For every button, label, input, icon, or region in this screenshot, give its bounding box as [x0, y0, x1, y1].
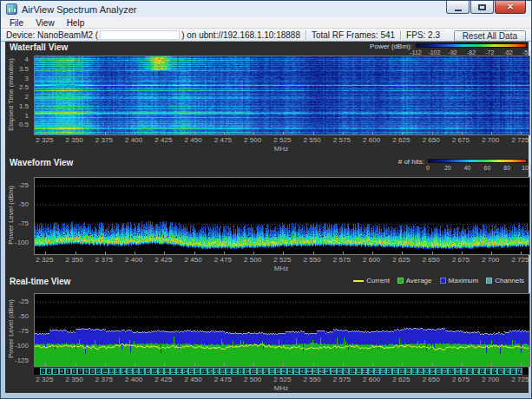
waterfall-panel-title: Waterfall View [10, 43, 68, 52]
realtime-plot [34, 293, 530, 367]
device-id-redacted-field [100, 30, 180, 40]
channel-box: 61 [411, 368, 417, 375]
channel-box: 28 [207, 368, 213, 375]
window-controls: ✕ [446, 1, 526, 14]
channel-box: 32 [232, 368, 238, 375]
channel-box: 72 [479, 368, 485, 375]
channel-box: 48 [331, 368, 337, 375]
channel-box: 45 [312, 368, 319, 375]
channel-box: 40 [281, 368, 287, 375]
channel-box: 15 [127, 368, 133, 375]
y-tick-label: 2.5 [19, 83, 29, 91]
x-tick-label: 2 475 [214, 256, 232, 264]
realtime-x-axis-unit: MHz [274, 384, 288, 392]
colorbar-tick-label: 0 [426, 165, 430, 171]
channel-box: 3 [52, 368, 58, 375]
channel-box: 44 [306, 368, 312, 375]
window-title: AirView Spectrum Analyzer [22, 4, 136, 15]
channel-box: 56 [380, 368, 386, 375]
channel-box: 10 [95, 368, 102, 375]
channel-box: 47 [325, 368, 331, 375]
x-tick-label: 2 675 [452, 256, 470, 264]
channels-box-swatch [486, 278, 492, 284]
x-tick-label: 2 325 [36, 376, 53, 383]
y-tick-label: -125 [15, 356, 29, 363]
realtime-legend: Current Average Maximum Channels [353, 277, 524, 285]
channel-box: 27 [200, 368, 207, 375]
x-tick-label: 2 350 [66, 376, 83, 383]
x-tick-label: 2 525 [273, 256, 291, 264]
menu-item-help[interactable]: Help [61, 17, 91, 29]
y-tick-label: 3.5 [19, 65, 29, 73]
channel-box: 13 [115, 368, 121, 375]
colorbar-tick-label: 100 [522, 165, 532, 171]
waterfall-canvas [35, 56, 529, 134]
colorbar-tick-label: 20 [444, 165, 451, 171]
menu-item-view[interactable]: View [30, 17, 61, 29]
x-tick-label: 2 375 [95, 136, 113, 144]
x-tick-label: 2 325 [36, 136, 53, 144]
device-label-prefix: Device: NanoBeamM2 ( [6, 30, 98, 40]
channel-box: 41 [287, 368, 293, 375]
waveform-plot [34, 177, 530, 255]
close-button[interactable]: ✕ [495, 1, 526, 14]
channel-box: 12 [108, 368, 115, 375]
channel-box: 43 [299, 368, 305, 375]
channel-box: 66 [442, 368, 448, 375]
x-tick-label: 2 700 [482, 256, 499, 264]
channel-box: 78 [516, 368, 522, 375]
x-tick-label: 2 550 [304, 376, 321, 383]
menu-item-file[interactable]: File [3, 17, 30, 29]
channel-box: 49 [337, 368, 343, 375]
channel-box: 37 [263, 368, 269, 375]
realtime-canvas [35, 294, 529, 366]
x-tick-label: 2 500 [244, 376, 261, 383]
x-tick-label: 2 500 [244, 136, 261, 144]
channel-box: 23 [176, 368, 182, 375]
colorbar-tick-label: -72 [485, 49, 494, 56]
channel-box: 60 [405, 368, 411, 375]
y-tick-label: -50 [18, 311, 29, 319]
channel-box: 58 [392, 368, 398, 375]
channel-box: 63 [424, 368, 430, 375]
channel-box: 9 [89, 368, 95, 375]
x-tick-label: 2 725 [511, 376, 529, 383]
x-tick-label: 2 650 [423, 136, 440, 144]
hits-colorbar-gradient [428, 159, 527, 163]
y-tick-label: -100 [15, 238, 29, 245]
legend-item-average: Average [397, 277, 432, 285]
channel-box: 68 [455, 368, 461, 375]
channel-box: 36 [257, 368, 263, 375]
y-tick-label: 1 [25, 111, 29, 119]
channel-box: 19 [151, 368, 157, 375]
channel-box: 52 [356, 368, 362, 375]
separator [305, 30, 306, 40]
reset-all-data-button[interactable]: Reset All Data [454, 30, 526, 42]
colorbar-tick-label: -112 [410, 49, 422, 56]
y-tick-label: 2 [25, 93, 29, 101]
channel-box: 18 [145, 368, 151, 375]
x-tick-label: 2 350 [66, 256, 83, 264]
x-tick-label: 2 725 [511, 136, 529, 144]
separator [400, 30, 401, 40]
total-rf-frames-label: Total RF Frames: 541 [312, 30, 395, 40]
channel-box: 46 [319, 368, 325, 375]
legend-label-channels: Channels [495, 277, 524, 285]
y-tick-label: -25 [18, 180, 29, 188]
x-tick-label: 2 450 [185, 136, 202, 144]
hits-colorbar-ticks: 020406080100 [428, 165, 527, 172]
x-tick-label: 2 625 [392, 376, 410, 383]
x-tick-label: 2 625 [392, 256, 410, 264]
maximize-button[interactable] [470, 1, 494, 14]
channel-box: 55 [374, 368, 380, 375]
channel-box: 57 [386, 368, 392, 375]
waveform-x-ticks: 2 3252 3502 3752 4002 4252 4502 4752 500… [34, 256, 529, 264]
channel-box: 29 [213, 368, 220, 375]
minimize-button[interactable] [446, 1, 470, 14]
channel-box: 26 [194, 368, 200, 375]
channel-box: 69 [461, 368, 467, 375]
y-tick-label: 0.5 [19, 121, 29, 128]
colorbar-tick-label: 40 [464, 165, 471, 171]
device-label-suffix: ) on ubnt://192.168.1.10:18888 [181, 30, 300, 40]
y-tick-label: 3 [25, 74, 29, 82]
